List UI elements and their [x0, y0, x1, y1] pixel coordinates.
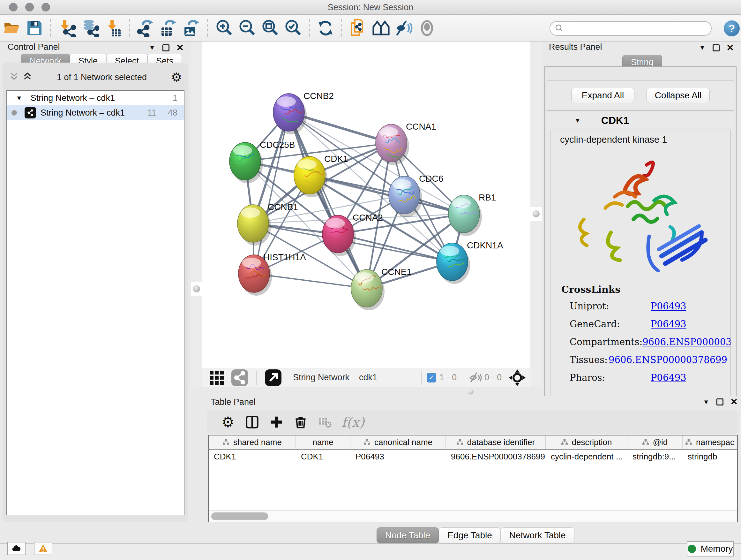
show-columns-icon[interactable]: [243, 413, 261, 431]
node-label: HIST1H1A: [263, 252, 306, 262]
duplicate-network-icon[interactable]: [348, 18, 368, 38]
fit-content-crosshair-icon[interactable]: [508, 368, 527, 388]
network-node[interactable]: HIST1H1A: [239, 252, 306, 296]
column-header[interactable]: shared name: [209, 435, 296, 449]
show-all-icon[interactable]: [417, 18, 437, 38]
bottom-splitter-handle[interactable]: [468, 389, 474, 395]
network-collection-row[interactable]: ▼ String Network – cdk1 1: [7, 91, 184, 105]
network-node[interactable]: CCNE1: [351, 267, 412, 310]
cloud-status-button[interactable]: [7, 542, 25, 555]
close-panel-icon[interactable]: ✕: [177, 44, 184, 51]
column-header[interactable]: @id: [627, 435, 683, 449]
zoom-in-icon[interactable]: [214, 18, 234, 38]
tab-node-table[interactable]: Node Table: [377, 527, 439, 543]
expand-all-button[interactable]: Expand All: [571, 88, 634, 103]
collection-expander-icon[interactable]: ▼: [16, 95, 22, 102]
network-node[interactable]: RB1: [448, 192, 496, 236]
close-table-panel-icon[interactable]: ✕: [731, 398, 738, 406]
maximize-panel-icon[interactable]: [162, 44, 170, 51]
collapse-all-icon[interactable]: [9, 71, 19, 83]
network-row[interactable]: String Network – cdk1 11 48: [7, 105, 184, 120]
expand-all-icon[interactable]: [22, 71, 32, 83]
network-canvas[interactable]: CCNB2CCNA1CDC25BCDK1CDC6RB1CCNB1CCNA2CDK…: [202, 42, 530, 368]
crosslink-link[interactable]: P06493: [651, 301, 686, 312]
network-node[interactable]: CDC6: [389, 174, 443, 217]
zoom-out-icon[interactable]: [237, 18, 257, 38]
network-edge[interactable]: [254, 112, 289, 273]
crosslink-link[interactable]: P06493: [651, 372, 686, 383]
export-network-icon[interactable]: [136, 18, 155, 38]
open-session-icon[interactable]: [2, 18, 21, 38]
tab-edge-table[interactable]: Edge Table: [439, 527, 501, 543]
collapse-all-button[interactable]: Collapse All: [647, 88, 710, 103]
gene-expander-icon[interactable]: ▼: [575, 117, 581, 124]
table-cell[interactable]: P06493: [350, 449, 446, 463]
crosslink-link[interactable]: P06493: [651, 319, 686, 329]
add-column-icon[interactable]: [267, 413, 285, 431]
delete-column-icon[interactable]: [292, 413, 310, 431]
export-table-icon[interactable]: [158, 18, 179, 38]
save-session-icon[interactable]: [24, 18, 44, 38]
zoom-fit-icon[interactable]: [260, 18, 280, 38]
memory-button[interactable]: Memory: [687, 541, 734, 557]
grid-view-icon[interactable]: [207, 368, 226, 388]
column-header-label: canonical name: [374, 437, 432, 447]
network-node[interactable]: CCNB2: [273, 91, 334, 134]
hide-selected-icon[interactable]: [394, 18, 414, 38]
clear-table-icon[interactable]: [316, 413, 334, 431]
crosslink-link[interactable]: 9606.ENSP00000378699: [609, 354, 727, 365]
network-birds-eye-icon[interactable]: [230, 368, 250, 388]
network-svg[interactable]: CCNB2CCNA1CDC25BCDK1CDC6RB1CCNB1CCNA2CDK…: [202, 42, 530, 368]
column-header[interactable]: database identifier: [446, 435, 546, 449]
crosslink-link[interactable]: 9606.ENSP00000378699: [643, 336, 731, 348]
help-icon[interactable]: ?: [724, 20, 740, 37]
import-table-from-file-icon[interactable]: [103, 18, 123, 38]
network-node[interactable]: CDKN1A: [436, 240, 503, 284]
search-field[interactable]: [549, 21, 712, 36]
close-results-panel-icon[interactable]: ✕: [727, 44, 734, 51]
float-panel-icon[interactable]: ▼: [149, 44, 155, 51]
tab-network-table[interactable]: Network Table: [501, 527, 575, 543]
left-splitter-handle[interactable]: [191, 282, 202, 296]
maximize-table-panel-icon[interactable]: [717, 398, 724, 406]
maximize-results-panel-icon[interactable]: [713, 44, 720, 51]
right-splitter-handle[interactable]: [530, 207, 542, 221]
scrollbar-thumb[interactable]: [211, 512, 268, 520]
import-network-from-database-icon[interactable]: [80, 18, 100, 38]
table-cell[interactable]: CDK1: [209, 449, 296, 463]
right-splitter[interactable]: [530, 42, 542, 387]
network-options-gear-icon[interactable]: ⚙: [171, 71, 182, 83]
column-header[interactable]: namespac: [683, 435, 737, 449]
table-row[interactable]: CDK1CDK1P064939606.ENSP00000378699cyclin…: [209, 449, 737, 463]
network-node[interactable]: CCNB1: [238, 202, 298, 246]
left-splitter[interactable]: [191, 42, 202, 387]
network-node[interactable]: CDC25B: [229, 140, 295, 183]
table-horizontal-scrollbar[interactable]: [209, 510, 737, 522]
table-cell[interactable]: CDK1: [296, 449, 350, 463]
export-image-icon[interactable]: [182, 18, 201, 38]
column-header[interactable]: description: [546, 435, 627, 449]
table-cell[interactable]: 9606.ENSP00000378699: [446, 449, 546, 463]
float-results-panel-icon[interactable]: ▼: [699, 44, 705, 51]
table-cell[interactable]: stringdb:9...: [627, 449, 683, 463]
warning-status-button[interactable]: [34, 542, 52, 555]
table-cell[interactable]: stringdb: [683, 449, 737, 463]
gene-section-header[interactable]: ▼ CDK1: [547, 113, 734, 128]
refresh-icon[interactable]: [316, 18, 335, 38]
table-cell[interactable]: cyclin-dependent ...: [546, 449, 627, 463]
selected-checkbox-icon[interactable]: ✓: [427, 373, 436, 382]
show-hide-graphics-details-icon[interactable]: [371, 18, 391, 38]
column-header[interactable]: canonical name: [350, 435, 446, 449]
function-builder-icon[interactable]: f(x): [341, 415, 364, 430]
network-type-icon: [24, 107, 36, 118]
search-input[interactable]: [563, 22, 711, 35]
network-node[interactable]: CDK1: [294, 154, 348, 197]
zoom-selected-icon[interactable]: [283, 18, 303, 38]
import-network-from-file-icon[interactable]: [57, 18, 77, 38]
column-header[interactable]: name: [296, 435, 350, 449]
network-node[interactable]: CCNA1: [376, 122, 436, 165]
table-settings-gear-icon[interactable]: ⚙: [219, 413, 237, 431]
main-toolbar: ?: [0, 15, 741, 42]
detach-view-icon[interactable]: [263, 368, 283, 388]
float-table-panel-icon[interactable]: ▼: [703, 398, 710, 406]
